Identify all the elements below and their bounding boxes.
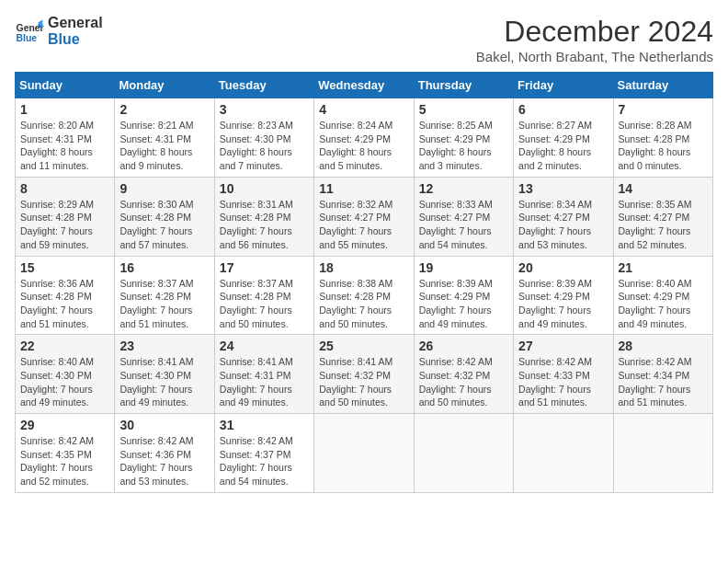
calendar-cell: 6 Sunrise: 8:27 AMSunset: 4:29 PMDayligh… <box>514 98 613 178</box>
logo-icon: General Blue <box>15 17 44 46</box>
day-info: Sunrise: 8:42 AMSunset: 4:37 PMDaylight:… <box>220 435 293 487</box>
day-info: Sunrise: 8:20 AMSunset: 4:31 PMDaylight:… <box>20 120 94 171</box>
day-info: Sunrise: 8:41 AMSunset: 4:30 PMDaylight:… <box>119 356 193 408</box>
weekday-header: Wednesday <box>314 73 414 98</box>
calendar-cell: 16 Sunrise: 8:37 AMSunset: 4:28 PMDaylig… <box>115 256 214 335</box>
day-number: 4 <box>319 102 408 117</box>
calendar-cell: 21 Sunrise: 8:40 AMSunset: 4:29 PMDaylig… <box>613 256 712 335</box>
calendar-cell: 24 Sunrise: 8:41 AMSunset: 4:31 PMDaylig… <box>214 335 313 414</box>
weekday-header: Saturday <box>613 73 712 98</box>
title-area: December 2024 Bakel, North Brabant, The … <box>476 15 713 64</box>
day-info: Sunrise: 8:41 AMSunset: 4:31 PMDaylight:… <box>220 356 293 408</box>
calendar-cell <box>414 414 513 493</box>
day-info: Sunrise: 8:21 AMSunset: 4:31 PMDaylight:… <box>119 120 193 171</box>
calendar-cell: 31 Sunrise: 8:42 AMSunset: 4:37 PMDaylig… <box>214 414 313 493</box>
calendar-cell <box>314 414 414 493</box>
header: General Blue General Blue December 2024 … <box>15 15 713 64</box>
day-number: 6 <box>518 102 608 117</box>
day-number: 1 <box>20 102 109 117</box>
calendar-week-row: 29 Sunrise: 8:42 AMSunset: 4:35 PMDaylig… <box>16 414 713 493</box>
logo: General Blue General Blue <box>15 15 103 47</box>
day-info: Sunrise: 8:31 AMSunset: 4:28 PMDaylight:… <box>220 199 293 250</box>
calendar-cell: 5 Sunrise: 8:25 AMSunset: 4:29 PMDayligh… <box>414 98 513 178</box>
calendar-cell: 22 Sunrise: 8:40 AMSunset: 4:30 PMDaylig… <box>16 335 115 414</box>
calendar-week-row: 1 Sunrise: 8:20 AMSunset: 4:31 PMDayligh… <box>16 98 713 178</box>
day-info: Sunrise: 8:34 AMSunset: 4:27 PMDaylight:… <box>518 199 592 250</box>
day-info: Sunrise: 8:39 AMSunset: 4:29 PMDaylight:… <box>518 278 592 329</box>
weekday-header: Tuesday <box>214 73 313 98</box>
day-number: 7 <box>619 102 708 117</box>
calendar-cell: 14 Sunrise: 8:35 AMSunset: 4:27 PMDaylig… <box>613 177 712 256</box>
weekday-header: Thursday <box>414 73 513 98</box>
day-info: Sunrise: 8:40 AMSunset: 4:29 PMDaylight:… <box>619 278 692 329</box>
day-info: Sunrise: 8:37 AMSunset: 4:28 PMDaylight:… <box>119 278 193 329</box>
weekday-header: Friday <box>514 73 613 98</box>
day-info: Sunrise: 8:28 AMSunset: 4:28 PMDaylight:… <box>619 120 692 171</box>
day-number: 10 <box>220 181 309 196</box>
calendar-cell: 28 Sunrise: 8:42 AMSunset: 4:34 PMDaylig… <box>613 335 712 414</box>
calendar-cell: 15 Sunrise: 8:36 AMSunset: 4:28 PMDaylig… <box>16 256 115 335</box>
calendar-header-row: SundayMondayTuesdayWednesdayThursdayFrid… <box>16 73 713 98</box>
day-info: Sunrise: 8:37 AMSunset: 4:28 PMDaylight:… <box>220 278 293 329</box>
day-info: Sunrise: 8:25 AMSunset: 4:29 PMDaylight:… <box>419 120 493 171</box>
calendar-cell: 1 Sunrise: 8:20 AMSunset: 4:31 PMDayligh… <box>16 98 115 178</box>
calendar-table: SundayMondayTuesdayWednesdayThursdayFrid… <box>15 72 713 493</box>
calendar-cell <box>514 414 613 493</box>
day-number: 19 <box>419 260 508 275</box>
day-number: 18 <box>319 260 408 275</box>
day-number: 8 <box>20 181 109 196</box>
day-number: 3 <box>220 102 309 117</box>
day-info: Sunrise: 8:42 AMSunset: 4:34 PMDaylight:… <box>619 356 692 408</box>
day-info: Sunrise: 8:40 AMSunset: 4:30 PMDaylight:… <box>20 356 94 408</box>
day-number: 31 <box>220 418 309 432</box>
calendar-cell: 8 Sunrise: 8:29 AMSunset: 4:28 PMDayligh… <box>16 177 115 256</box>
calendar-cell: 26 Sunrise: 8:42 AMSunset: 4:32 PMDaylig… <box>414 335 513 414</box>
calendar-week-row: 8 Sunrise: 8:29 AMSunset: 4:28 PMDayligh… <box>16 177 713 256</box>
day-number: 11 <box>319 181 408 196</box>
day-info: Sunrise: 8:42 AMSunset: 4:33 PMDaylight:… <box>518 356 592 408</box>
day-number: 26 <box>419 339 508 353</box>
day-info: Sunrise: 8:33 AMSunset: 4:27 PMDaylight:… <box>419 199 493 250</box>
day-info: Sunrise: 8:29 AMSunset: 4:28 PMDaylight:… <box>20 199 94 250</box>
calendar-cell: 27 Sunrise: 8:42 AMSunset: 4:33 PMDaylig… <box>514 335 613 414</box>
calendar-cell: 4 Sunrise: 8:24 AMSunset: 4:29 PMDayligh… <box>314 98 414 178</box>
day-number: 25 <box>319 339 408 353</box>
svg-text:Blue: Blue <box>17 33 38 43</box>
day-info: Sunrise: 8:30 AMSunset: 4:28 PMDaylight:… <box>119 199 193 250</box>
day-number: 13 <box>518 181 608 196</box>
calendar-cell: 29 Sunrise: 8:42 AMSunset: 4:35 PMDaylig… <box>16 414 115 493</box>
calendar-cell: 7 Sunrise: 8:28 AMSunset: 4:28 PMDayligh… <box>613 98 712 178</box>
calendar-cell: 17 Sunrise: 8:37 AMSunset: 4:28 PMDaylig… <box>214 256 313 335</box>
day-number: 27 <box>518 339 608 353</box>
calendar-cell: 12 Sunrise: 8:33 AMSunset: 4:27 PMDaylig… <box>414 177 513 256</box>
calendar-subtitle: Bakel, North Brabant, The Netherlands <box>476 49 713 64</box>
day-number: 14 <box>619 181 708 196</box>
day-info: Sunrise: 8:36 AMSunset: 4:28 PMDaylight:… <box>20 278 94 329</box>
day-number: 29 <box>20 418 109 432</box>
day-number: 20 <box>518 260 608 275</box>
calendar-cell: 25 Sunrise: 8:41 AMSunset: 4:32 PMDaylig… <box>314 335 414 414</box>
day-number: 2 <box>119 102 209 117</box>
day-number: 23 <box>119 339 209 353</box>
day-info: Sunrise: 8:42 AMSunset: 4:32 PMDaylight:… <box>419 356 493 408</box>
day-info: Sunrise: 8:24 AMSunset: 4:29 PMDaylight:… <box>319 120 392 171</box>
day-info: Sunrise: 8:42 AMSunset: 4:36 PMDaylight:… <box>119 435 193 487</box>
day-number: 9 <box>119 181 209 196</box>
calendar-week-row: 15 Sunrise: 8:36 AMSunset: 4:28 PMDaylig… <box>16 256 713 335</box>
day-number: 5 <box>419 102 508 117</box>
day-number: 21 <box>619 260 708 275</box>
day-number: 28 <box>619 339 708 353</box>
day-info: Sunrise: 8:32 AMSunset: 4:27 PMDaylight:… <box>319 199 392 250</box>
weekday-header: Sunday <box>16 73 115 98</box>
day-number: 17 <box>220 260 309 275</box>
calendar-cell: 11 Sunrise: 8:32 AMSunset: 4:27 PMDaylig… <box>314 177 414 256</box>
day-number: 22 <box>20 339 109 353</box>
day-info: Sunrise: 8:41 AMSunset: 4:32 PMDaylight:… <box>319 356 392 408</box>
day-number: 24 <box>220 339 309 353</box>
day-info: Sunrise: 8:23 AMSunset: 4:30 PMDaylight:… <box>220 120 293 171</box>
day-number: 30 <box>119 418 209 432</box>
calendar-week-row: 22 Sunrise: 8:40 AMSunset: 4:30 PMDaylig… <box>16 335 713 414</box>
day-number: 15 <box>20 260 109 275</box>
calendar-title: December 2024 <box>476 15 713 49</box>
calendar-cell: 18 Sunrise: 8:38 AMSunset: 4:28 PMDaylig… <box>314 256 414 335</box>
